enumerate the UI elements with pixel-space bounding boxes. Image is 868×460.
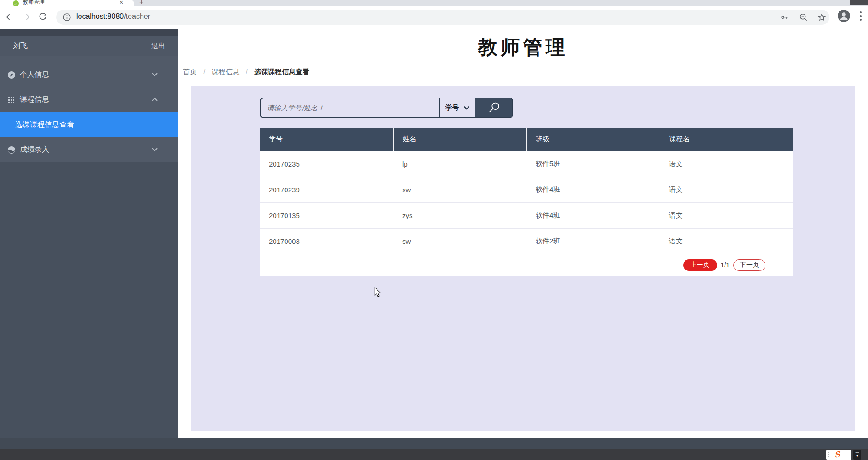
cell-class: 软件2班 (526, 228, 660, 254)
taskbar: S — ▼ (0, 449, 868, 460)
table-row: 20170235 lp 软件5班 语文 (260, 151, 793, 177)
search-button[interactable] (475, 98, 512, 117)
sidebar: 刘飞 退出 个人信息 课程信息 (0, 29, 178, 438)
cell-name: zys (393, 202, 526, 228)
chevron-down-icon (152, 148, 158, 151)
table-row: 20170135 zys 软件4班 语文 (260, 202, 793, 228)
breadcrumb: 首页 / 课程信息 / 选课课程信息查看 (183, 68, 309, 76)
sidebar-subitem-label: 选课课程信息查看 (15, 112, 74, 137)
table-body: 20170235 lp 软件5班 语文 20170239 xw 软件4班 语文 … (260, 151, 793, 254)
sogou-ime-icon: S (834, 449, 840, 459)
mouse-cursor (373, 287, 383, 297)
profile-avatar[interactable] (838, 10, 850, 22)
cell-name: sw (393, 228, 526, 254)
bookmark-star-icon[interactable] (817, 12, 827, 22)
page-footer (0, 438, 868, 449)
new-tab-button[interactable]: + (139, 0, 143, 6)
sidebar-item-personal-info[interactable]: 个人信息 (0, 62, 178, 87)
chevron-down-icon (463, 106, 470, 110)
sidebar-item-label: 个人信息 (20, 62, 49, 87)
user-name: 刘飞 (13, 36, 28, 56)
caret-down-icon: ▼ (853, 454, 861, 458)
sidebar-subitem-course-view-active[interactable]: 选课课程信息查看 (0, 112, 178, 137)
window-controls-corner (850, 0, 868, 5)
cell-student-id: 20170239 (260, 177, 393, 202)
minus-icon: — (853, 450, 861, 454)
results-table: 学号 姓名 班级 课程名 20170235 lp 软件5班 语文 2017023… (260, 128, 793, 276)
next-page-button[interactable]: 下一页 (733, 259, 765, 271)
grid-icon (8, 96, 15, 104)
cell-class: 软件4班 (526, 177, 660, 202)
avatar-person-icon (838, 10, 850, 22)
breadcrumb-bar: 首页 / 课程信息 / 选课课程信息查看 (178, 59, 868, 86)
url-path: /teacher (124, 12, 150, 20)
pagination: 上一页 1/1 下一页 (260, 254, 793, 276)
sidebar-item-course-info[interactable]: 课程信息 (0, 86, 178, 112)
url-bar[interactable]: localhost:8080/teacher (56, 10, 829, 25)
search-icon (488, 102, 500, 114)
cell-name: lp (393, 151, 526, 177)
cell-student-id: 20170003 (260, 228, 393, 254)
prev-page-button[interactable]: 上一页 (683, 259, 717, 271)
breadcrumb-current: 选课课程信息查看 (254, 68, 309, 75)
ime-tray[interactable]: S (826, 450, 851, 460)
forward-icon[interactable] (21, 12, 31, 22)
table-row: 20170003 sw 软件2班 语文 (260, 228, 793, 254)
search-input[interactable] (261, 98, 439, 117)
search-bar: 学号 (260, 98, 513, 118)
filter-selected-value: 学号 (445, 104, 459, 112)
browser-menu-icon[interactable] (859, 11, 862, 21)
search-filter-select[interactable]: 学号 (439, 98, 475, 117)
table-header: 学号 姓名 班级 课程名 (260, 128, 793, 151)
cell-course: 语文 (660, 228, 793, 254)
cell-course: 语文 (660, 151, 793, 177)
col-header-name: 姓名 (393, 128, 526, 151)
page-info: 1/1 (721, 261, 730, 269)
url-host: localhost:8080 (76, 12, 124, 20)
breadcrumb-separator: / (203, 68, 205, 75)
zoom-out-icon[interactable] (799, 12, 808, 22)
breadcrumb-course-info[interactable]: 课程信息 (212, 68, 240, 75)
content-panel: 学号 学号 姓名 班级 课程名 (191, 86, 855, 431)
breadcrumb-separator: / (246, 68, 248, 75)
ime-drag-handle-icon (828, 452, 829, 458)
col-header-student-id: 学号 (260, 128, 393, 151)
cell-course: 语文 (660, 202, 793, 228)
chevron-down-icon (152, 73, 158, 76)
col-header-course: 课程名 (660, 128, 793, 151)
compass-icon (8, 71, 15, 79)
logout-button[interactable]: 退出 (151, 36, 165, 56)
browser-toolbar: localhost:8080/teacher (0, 6, 868, 28)
cell-student-id: 20170135 (260, 202, 393, 228)
cell-name: xw (393, 177, 526, 202)
tab-close-icon[interactable]: × (120, 0, 123, 6)
reload-icon[interactable] (38, 12, 48, 22)
contrast-icon (8, 146, 15, 154)
sidebar-item-grade-entry[interactable]: 成绩录入 (0, 137, 178, 162)
breadcrumb-home[interactable]: 首页 (183, 68, 197, 75)
page-info-icon[interactable] (62, 12, 72, 22)
browser-tab[interactable]: 教师管理 × (0, 0, 134, 6)
cell-student-id: 20170235 (260, 151, 393, 177)
table-row: 20170239 xw 软件4班 语文 (260, 177, 793, 202)
url-text[interactable]: localhost:8080/teacher (76, 12, 150, 21)
password-key-icon[interactable] (780, 12, 790, 22)
site-favicon-icon (13, 0, 19, 6)
browser-tab-strip: 教师管理 × + (0, 0, 868, 6)
col-header-class: 班级 (526, 128, 660, 151)
sidebar-menu: 个人信息 课程信息 选课课程信息查看 (0, 56, 178, 162)
tab-title: 教师管理 (23, 0, 45, 6)
sidebar-item-label: 课程信息 (20, 86, 49, 112)
main-content: 教师管理 首页 / 课程信息 / 选课课程信息查看 学号 (178, 29, 868, 438)
cell-course: 语文 (660, 177, 793, 202)
cell-class: 软件4班 (526, 202, 660, 228)
ime-collapse-button[interactable]: — ▼ (853, 450, 861, 460)
sidebar-item-label: 成绩录入 (20, 137, 49, 162)
sidebar-user-band: 刘飞 退出 (0, 36, 178, 56)
cell-class: 软件5班 (526, 151, 660, 177)
page-title: 教师管理 (178, 34, 868, 60)
sidebar-top-strip (0, 29, 178, 36)
back-icon[interactable] (5, 12, 15, 22)
chevron-up-icon (152, 98, 158, 101)
